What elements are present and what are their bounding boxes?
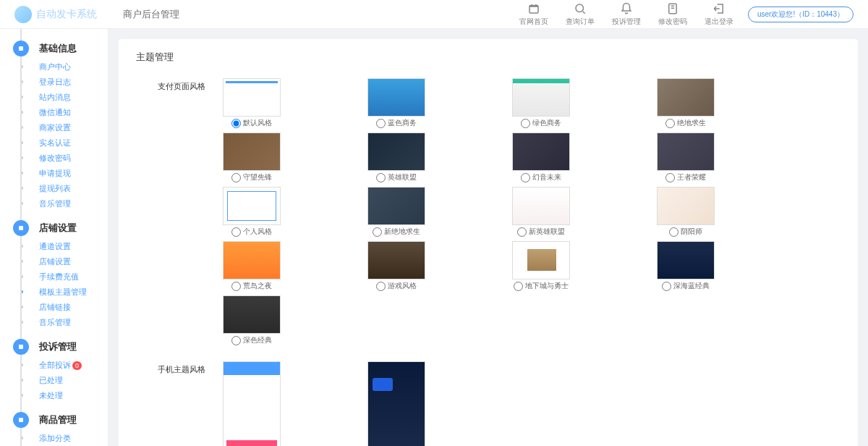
nav-item[interactable]: 商家设置: [39, 120, 108, 135]
nav-item[interactable]: 未处理: [39, 388, 108, 403]
theme-item[interactable]: 个人风格: [223, 187, 281, 241]
theme-item[interactable]: 游戏风格: [367, 241, 425, 295]
nav-item[interactable]: 微信通知: [39, 105, 108, 120]
theme-item[interactable]: 守望先锋: [223, 132, 281, 187]
header-icon-1[interactable]: 查询订单: [566, 2, 595, 27]
theme-item[interactable]: 绝地求生: [657, 78, 715, 132]
theme-thumb: [512, 241, 570, 279]
theme-radio[interactable]: 个人风格: [223, 225, 281, 241]
header-icon-2[interactable]: 投诉管理: [612, 2, 641, 27]
theme-thumb: [512, 78, 570, 117]
theme-item[interactable]: 新绝地求生: [367, 187, 425, 241]
theme-thumb: [223, 295, 281, 334]
theme-item[interactable]: 英雄联盟: [367, 132, 425, 187]
theme-thumb: [367, 241, 425, 279]
theme-thumb: [367, 78, 425, 117]
nav-title[interactable]: 投诉管理: [39, 340, 77, 353]
theme-item[interactable]: 阴阳师: [657, 187, 715, 241]
theme-radio[interactable]: 深海蓝经典: [657, 279, 715, 295]
nav-item[interactable]: 全部投诉0: [39, 358, 108, 373]
theme-thumb: [223, 241, 281, 279]
nav-title[interactable]: 基础信息: [39, 42, 77, 55]
header: 自动发卡系统 商户后台管理 官网首页查询订单投诉管理修改密码退出登录 user欢…: [0, 0, 868, 29]
pay-theme-label: 支付页面风格: [136, 78, 223, 350]
nav-item[interactable]: 手续费充值: [39, 269, 108, 285]
theme-radio[interactable]: 荒岛之夜: [223, 279, 281, 295]
nav-line: [20, 29, 22, 446]
nav-item[interactable]: 模板主题管理: [39, 285, 108, 300]
nav-item[interactable]: 商户中心: [39, 59, 108, 75]
theme-radio[interactable]: 地下城与勇士: [512, 279, 570, 295]
theme-radio[interactable]: 阴阳师: [657, 225, 715, 241]
theme-item[interactable]: 荒岛之夜: [223, 241, 281, 295]
header-right: 官网首页查询订单投诉管理修改密码退出登录 user欢迎您!（ID：10443）: [519, 2, 854, 27]
theme-radio[interactable]: 英雄联盟: [367, 171, 425, 187]
theme-item[interactable]: 深色兰: [367, 361, 425, 446]
nav-section: 基础信息商户中心登录日志站内消息微信通知商家设置实名认证修改密码申请提现提现列表…: [0, 38, 108, 211]
nav-dot-icon: [13, 220, 29, 236]
theme-item[interactable]: 王者荣耀: [657, 132, 715, 187]
nav-item[interactable]: 申请提现: [39, 166, 108, 181]
nav-item[interactable]: 店铺链接: [39, 300, 108, 315]
badge: 0: [72, 361, 82, 370]
header-icons: 官网首页查询订单投诉管理修改密码退出登录: [519, 2, 733, 27]
theme-item[interactable]: 默认风格: [223, 78, 281, 132]
theme-item[interactable]: 地下城与勇士: [512, 241, 570, 295]
theme-thumb: [223, 361, 281, 446]
nav-item[interactable]: 已处理: [39, 373, 108, 388]
theme-radio[interactable]: 绝地求生: [657, 117, 715, 132]
theme-radio[interactable]: 守望先锋: [223, 171, 281, 187]
nav-item[interactable]: 通道设置: [39, 239, 108, 254]
theme-radio[interactable]: 蓝色商务: [367, 117, 425, 132]
theme-radio[interactable]: 默认风格: [223, 117, 281, 132]
theme-thumb: [223, 78, 281, 117]
nav-title[interactable]: 店铺设置: [39, 222, 77, 235]
nav-item[interactable]: 添加分类: [39, 431, 108, 446]
theme-thumb: [223, 187, 281, 225]
theme-thumb: [367, 132, 425, 171]
theme-thumb: [657, 78, 715, 117]
nav-item[interactable]: 音乐管理: [39, 315, 108, 330]
nav-item[interactable]: 店铺设置: [39, 254, 108, 269]
theme-thumb: [512, 187, 570, 225]
nav-dot-icon: [13, 41, 29, 56]
nav-item[interactable]: 站内消息: [39, 90, 108, 105]
theme-radio[interactable]: 幻音未来: [512, 171, 570, 187]
theme-radio[interactable]: 游戏风格: [367, 279, 425, 295]
theme-item[interactable]: 蓝色商务: [367, 78, 425, 132]
theme-item[interactable]: 绿色商务: [512, 78, 570, 132]
theme-radio[interactable]: 新绝地求生: [367, 225, 425, 241]
theme-radio[interactable]: 新英雄联盟: [512, 225, 570, 241]
nav-title[interactable]: 商品管理: [39, 413, 77, 426]
mobile-theme-grid: 默认风格深色兰: [223, 361, 841, 446]
nav-item[interactable]: 提现列表: [39, 181, 108, 196]
nav-item[interactable]: 音乐管理: [39, 196, 108, 211]
theme-radio[interactable]: 绿色商务: [512, 117, 570, 132]
user-badge[interactable]: user欢迎您!（ID：10443）: [748, 7, 854, 22]
header-icon-4[interactable]: 退出登录: [705, 2, 733, 27]
nav-dot-icon: [13, 339, 29, 355]
header-icon-3[interactable]: 修改密码: [658, 2, 687, 27]
main: 主题管理 支付页面风格 默认风格守望先锋个人风格荒岛之夜深色经典蓝色商务英雄联盟…: [109, 29, 868, 446]
theme-thumb: [657, 132, 715, 171]
nav-item[interactable]: 修改密码: [39, 151, 108, 166]
theme-item[interactable]: 默认风格: [223, 361, 281, 446]
theme-radio[interactable]: 深色经典: [223, 334, 281, 350]
logo[interactable]: 自动发卡系统: [14, 6, 116, 23]
theme-item[interactable]: 新英雄联盟: [512, 187, 570, 241]
theme-radio[interactable]: 王者荣耀: [657, 171, 715, 187]
theme-thumb: [657, 241, 715, 279]
theme-thumb: [657, 187, 715, 225]
pay-theme-grid: 默认风格守望先锋个人风格荒岛之夜深色经典蓝色商务英雄联盟新绝地求生游戏风格绿色商…: [223, 78, 841, 350]
nav-item[interactable]: 登录日志: [39, 75, 108, 90]
logo-text: 自动发卡系统: [36, 8, 97, 21]
card-title: 主题管理: [136, 51, 841, 64]
theme-thumb: [367, 361, 425, 446]
card: 主题管理 支付页面风格 默认风格守望先锋个人风格荒岛之夜深色经典蓝色商务英雄联盟…: [119, 39, 858, 446]
theme-item[interactable]: 深色经典: [223, 295, 281, 350]
nav-section: 投诉管理全部投诉0已处理未处理: [0, 336, 108, 403]
theme-item[interactable]: 幻音未来: [512, 132, 570, 187]
header-icon-0[interactable]: 官网首页: [519, 2, 548, 27]
theme-item[interactable]: 深海蓝经典: [657, 241, 715, 295]
nav-item[interactable]: 实名认证: [39, 135, 108, 151]
